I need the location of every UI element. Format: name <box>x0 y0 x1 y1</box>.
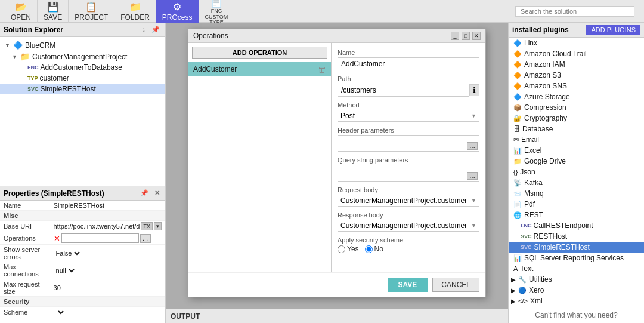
add-operation-button[interactable]: ADD OPERATION <box>192 47 327 59</box>
search-input[interactable] <box>515 6 634 17</box>
plugin-label: Msmq <box>524 189 544 198</box>
plugin-label: RESTHost <box>534 232 568 241</box>
modal-body: ADD OPERATION AddCustomer 🗑 N <box>188 43 485 272</box>
uri-edit-button[interactable]: TX <box>141 222 153 230</box>
plugin-group-xero[interactable]: ▶ 🔵 Xero <box>509 285 644 296</box>
security-yes-radio[interactable] <box>338 245 345 253</box>
scheme-value[interactable] <box>50 307 165 318</box>
fnc-custom-type-icon: 📄 <box>210 0 222 8</box>
tree-item-customer[interactable]: TYP customer <box>0 73 165 84</box>
rest-icon: 🌐 <box>513 211 522 219</box>
plugin-item-simpleresthost[interactable]: SVC SimpleRESTHost <box>509 242 644 253</box>
plugin-item-callrestendpoint[interactable]: FNC CallRESTEndpoint <box>509 220 644 231</box>
plugin-label: Pdf <box>524 200 535 208</box>
show-errors-select[interactable]: False True <box>54 249 82 257</box>
max-connections-value[interactable]: null <box>50 262 165 279</box>
expand-icon: ▼ <box>5 42 13 48</box>
modal-title: Operations <box>193 32 228 40</box>
security-scheme-group: Apply security scheme Yes No <box>338 236 479 253</box>
plugin-label: Text <box>520 264 533 273</box>
process-button[interactable]: ⚙ PROcess <box>156 0 199 23</box>
plugin-item-resthost[interactable]: SVC RESTHost <box>509 231 644 242</box>
path-info-button[interactable]: ℹ <box>469 84 479 96</box>
security-radio-group: Yes No <box>338 245 479 253</box>
header-params-field: … <box>338 135 479 152</box>
operations-browse-button[interactable]: … <box>140 234 151 243</box>
method-dropdown[interactable]: Post ▼ <box>338 110 479 122</box>
tree-item-customerproject[interactable]: ▼ 📁 CustomerManagementProject <box>0 51 165 62</box>
plugin-group-xml[interactable]: ▶ </> Xml <box>509 296 644 306</box>
plugin-item-email[interactable]: ✉ Email <box>509 134 644 145</box>
request-body-dropdown[interactable]: CustomerManagementProject.customer ▼ <box>338 195 479 207</box>
delete-operation-button[interactable]: 🗑 <box>318 64 326 74</box>
plugin-item-rest[interactable]: 🌐 REST <box>509 210 644 220</box>
name-field-label: Name <box>338 49 479 56</box>
max-connections-select[interactable]: null <box>54 266 76 275</box>
path-group: Path ℹ <box>338 75 479 97</box>
plugin-item-msmq[interactable]: 📨 Msmq <box>509 188 644 199</box>
operation-item-addcustomer[interactable]: AddCustomer 🗑 <box>188 62 331 76</box>
plugin-item-amazon-cloudtrail[interactable]: 🔶 Amazon Cloud Trail <box>509 48 644 59</box>
query-params-button[interactable]: … <box>467 172 478 180</box>
pin-icon[interactable]: 📌 <box>138 189 150 198</box>
svc-tag: SVC <box>521 244 532 250</box>
plugin-item-googledrive[interactable]: 📁 Google Drive <box>509 156 644 167</box>
operation-label: AddCustomer <box>193 65 237 73</box>
modal-right: Name Path ℹ Method <box>332 43 485 272</box>
plugin-label: SQL Server Reporting Services <box>524 254 624 262</box>
cancel-button[interactable]: CANCEL <box>432 278 479 292</box>
plugin-item-linx[interactable]: 🔷 Linx <box>509 38 644 48</box>
collapse-icon[interactable]: ↕ <box>141 25 148 34</box>
header-params-button[interactable]: … <box>467 142 478 150</box>
modal-minimize-button[interactable]: _ <box>451 32 459 40</box>
project-icon: 📋 <box>85 1 97 13</box>
close-icon[interactable]: ✕ <box>153 189 162 198</box>
scheme-select[interactable] <box>54 308 66 316</box>
plugin-item-amazon-s3[interactable]: 🔶 Amazon S3 <box>509 70 644 81</box>
save-button[interactable]: SAVE <box>388 278 428 292</box>
max-connections-label: Max connections <box>0 262 50 279</box>
security-no-label[interactable]: No <box>365 245 383 253</box>
modal-maximize-button[interactable]: □ <box>462 32 470 40</box>
plugin-item-compression[interactable]: 📦 Compression <box>509 102 644 113</box>
uri-dropdown-button[interactable]: ▾ <box>154 222 162 230</box>
plugins-list: 🔷 Linx 🔶 Amazon Cloud Trail 🔶 Amazon IAM… <box>509 38 644 307</box>
folder-button[interactable]: 📁 FOLDER <box>114 0 156 23</box>
security-no-radio[interactable] <box>365 245 373 253</box>
base-uri-label: Base URI <box>0 221 50 232</box>
plugin-item-database[interactable]: 🗄 Database <box>509 124 644 134</box>
plugin-item-amazon-iam[interactable]: 🔶 Amazon IAM <box>509 59 644 70</box>
clear-operations-button[interactable]: ✕ <box>54 234 60 243</box>
plugin-item-kafka[interactable]: 📡 Kafka <box>509 177 644 188</box>
security-scheme-label: Apply security scheme <box>338 236 479 244</box>
plugin-group-utilities[interactable]: ▶ 🔧 Utilities <box>509 274 644 285</box>
plugin-item-text[interactable]: A Text <box>509 263 644 274</box>
response-body-dropdown[interactable]: CustomerManagementProject.customer ▼ <box>338 220 479 232</box>
modal-footer: SAVE CANCEL <box>188 272 485 297</box>
tree-item-addcustomer[interactable]: FNC AddCustomerToDatabase <box>0 62 165 73</box>
plugin-item-amazon-sns[interactable]: 🔶 Amazon SNS <box>509 81 644 91</box>
add-plugins-button[interactable]: ADD PLUGINS <box>586 25 640 35</box>
plugin-item-sqlreporting[interactable]: 📊 SQL Server Reporting Services <box>509 253 644 263</box>
plugin-item-azure-storage[interactable]: 🔷 Azure Storage <box>509 91 644 102</box>
open-button[interactable]: 📂 OPEN <box>5 0 38 23</box>
compression-icon: 📦 <box>513 104 522 112</box>
path-field[interactable] <box>338 84 469 97</box>
operations-value: ✕ … <box>50 232 165 245</box>
tree-item-bluecrm[interactable]: ▼ 🔷 BlueCRM <box>0 39 165 51</box>
name-field[interactable] <box>338 57 479 70</box>
save-button[interactable]: 💾 SAVE <box>38 0 69 23</box>
json-icon: {} <box>513 168 518 176</box>
modal-close-button[interactable]: ✕ <box>472 32 481 40</box>
svc-tag: SVC <box>521 233 532 239</box>
plugin-item-json[interactable]: {} Json <box>509 167 644 177</box>
plugin-item-pdf[interactable]: 📄 Pdf <box>509 199 644 210</box>
show-errors-value[interactable]: False True <box>50 245 165 262</box>
pin-icon[interactable]: 📌 <box>150 25 162 34</box>
project-button[interactable]: 📋 PROJECT <box>69 0 114 23</box>
security-yes-label[interactable]: Yes <box>338 245 359 253</box>
operations-input[interactable] <box>61 233 139 243</box>
plugin-item-excel[interactable]: 📊 Excel <box>509 145 644 156</box>
tree-item-simpleresthost[interactable]: SVC SimpleRESTHost <box>0 84 165 94</box>
plugin-item-cryptography[interactable]: 🔐 Cryptography <box>509 113 644 124</box>
